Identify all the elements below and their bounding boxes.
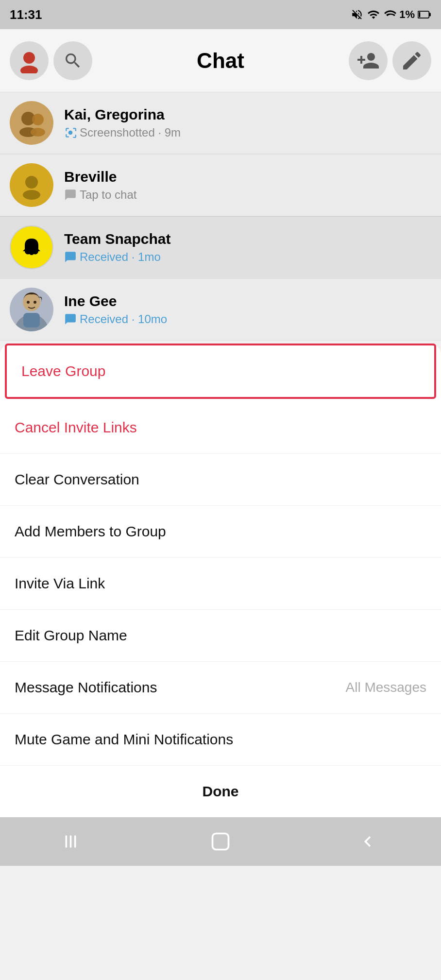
mute-game-button[interactable]: Mute Game and Mini Notifications: [0, 714, 441, 766]
chat-name: Team Snapchat: [64, 231, 431, 247]
nav-home-icon: [210, 831, 231, 852]
received-icon: [64, 313, 77, 326]
chat-info: Ine Gee Received · 10mo: [64, 293, 431, 326]
svg-point-8: [31, 128, 45, 137]
svg-point-7: [32, 114, 44, 125]
message-notifications-value: All Messages: [345, 680, 426, 695]
svg-point-16: [34, 301, 36, 304]
screenshot-icon: [64, 126, 77, 139]
nav-menu-button[interactable]: [54, 827, 93, 856]
cancel-invite-links-button[interactable]: Cancel Invite Links: [0, 402, 441, 454]
chat-name: Kai, Gregorina: [64, 106, 431, 123]
status-bar: 11:31 1%: [0, 0, 441, 29]
svg-rect-2: [429, 13, 431, 17]
received-icon: [64, 251, 77, 263]
add-members-button[interactable]: Add Members to Group: [0, 506, 441, 558]
status-icons: 1%: [351, 8, 431, 21]
battery-icon: [418, 10, 431, 19]
svg-point-3: [23, 52, 35, 64]
svg-rect-18: [70, 835, 72, 848]
breville-avatar-icon: [17, 171, 46, 200]
chat-info: Kai, Gregorina Screenshotted · 9m: [64, 106, 431, 139]
avatar: [10, 163, 53, 207]
profile-icon: [17, 48, 42, 73]
chat-item[interactable]: Breville Tap to chat: [0, 154, 441, 216]
nav-back-button[interactable]: [348, 827, 387, 856]
clear-conversation-button[interactable]: Clear Conversation: [0, 454, 441, 506]
header-right: [349, 41, 431, 80]
profile-avatar-button[interactable]: [10, 41, 49, 80]
message-notifications-label: Message Notifications: [15, 679, 157, 696]
chat-name: Ine Gee: [64, 293, 431, 309]
bottom-nav: [0, 817, 441, 866]
wifi-icon: [366, 8, 381, 21]
page-title: Chat: [92, 49, 349, 73]
chat-status: Tap to chat: [64, 188, 431, 202]
chat-item[interactable]: Team Snapchat Received · 1mo: [0, 216, 441, 278]
edit-group-name-button[interactable]: Edit Group Name: [0, 610, 441, 662]
chat-bubble-icon: [64, 189, 77, 201]
invite-via-link-button[interactable]: Invite Via Link: [0, 558, 441, 610]
nav-menu-icon: [63, 831, 84, 852]
svg-point-4: [20, 66, 38, 73]
bottom-sheet: Leave Group Cancel Invite Links Clear Co…: [0, 344, 441, 817]
chat-status: Received · 10mo: [64, 312, 431, 326]
search-button[interactable]: [53, 41, 92, 80]
chat-info: Team Snapchat Received · 1mo: [64, 231, 431, 264]
svg-rect-17: [66, 835, 68, 848]
add-friend-icon: [356, 49, 380, 72]
avatar: [10, 288, 53, 331]
svg-point-10: [23, 190, 40, 200]
svg-rect-19: [74, 835, 76, 848]
edit-icon: [400, 49, 424, 72]
snapchat-ghost-icon: [17, 233, 46, 262]
svg-rect-20: [212, 834, 228, 850]
chat-status: Screenshotted · 9m: [64, 126, 431, 139]
search-icon: [63, 51, 83, 70]
chat-item[interactable]: Kai, Gregorina Screenshotted · 9m: [0, 92, 441, 154]
message-notifications-button[interactable]: Message Notifications All Messages: [0, 662, 441, 714]
signal-icon: [384, 8, 396, 21]
svg-rect-14: [23, 313, 40, 327]
svg-point-15: [27, 301, 30, 304]
svg-point-9: [25, 176, 38, 189]
chat-item[interactable]: Ine Gee Received · 10mo: [0, 278, 441, 341]
header-left: [10, 41, 92, 80]
leave-group-wrapper: Leave Group: [0, 344, 441, 399]
mute-icon: [351, 8, 363, 21]
chat-info: Breville Tap to chat: [64, 169, 431, 202]
kai-avatar-icon: [15, 106, 49, 140]
leave-group-highlight: Leave Group: [5, 344, 436, 399]
chat-list: Kai, Gregorina Screenshotted · 9m Brevil…: [0, 92, 441, 341]
edit-button[interactable]: [392, 41, 431, 80]
chat-status: Received · 1mo: [64, 250, 431, 264]
chat-name: Breville: [64, 169, 431, 185]
nav-home-button[interactable]: [201, 827, 240, 856]
done-button[interactable]: Done: [0, 766, 441, 817]
leave-group-button[interactable]: Leave Group: [7, 345, 434, 397]
battery-pct: 1%: [399, 8, 415, 21]
add-friend-button[interactable]: [349, 41, 388, 80]
avatar: [10, 101, 53, 145]
nav-back-icon: [357, 831, 378, 852]
svg-rect-1: [419, 12, 421, 17]
status-time: 11:31: [10, 7, 42, 22]
avatar: [10, 225, 53, 269]
inegee-avatar-icon: [10, 288, 53, 331]
header: Chat: [0, 29, 441, 92]
